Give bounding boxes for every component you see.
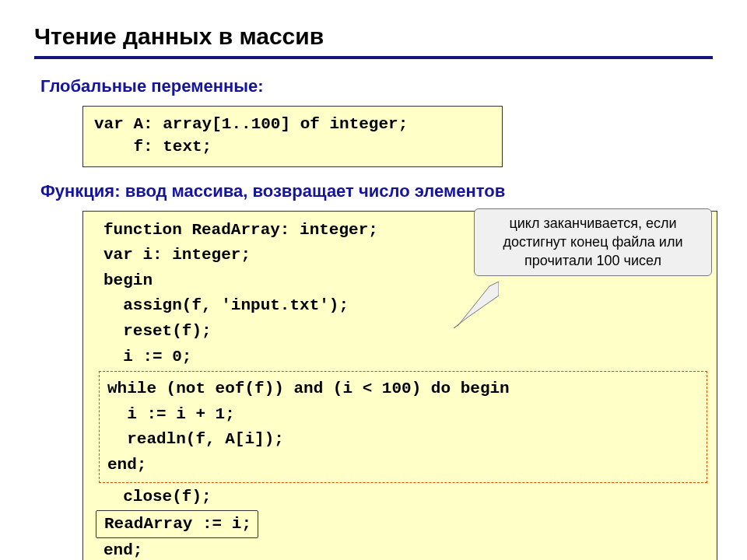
code-line: while (not eof(f)) and (i < 100) do begi… — [107, 376, 699, 402]
code-line: close(f); — [103, 485, 703, 510]
code-line: end; — [103, 538, 703, 560]
section-global-vars-label: Глобальные переменные: — [40, 76, 713, 96]
code-line: assign(f, 'input.txt'); — [103, 293, 703, 319]
callout-note: цикл заканчивается, если достигнут конец… — [474, 208, 712, 276]
code-line: reset(f); — [103, 319, 703, 345]
code-line: i := i + 1; — [107, 402, 699, 428]
code-function: цикл заканчивается, если достигнут конец… — [82, 211, 717, 560]
code-global-vars: var A: array[1..100] of integer; f: text… — [82, 106, 503, 167]
code-line: i := 0; — [103, 345, 703, 370]
highlight-return-line: ReadArray := i; — [96, 510, 258, 539]
code-line: ReadArray := i; — [103, 510, 703, 539]
code-line: var A: array[1..100] of integer; — [94, 113, 491, 135]
code-line: end; — [107, 453, 699, 478]
title-underline — [34, 56, 713, 59]
section-function-label: Функция: ввод массива, возвращает число … — [40, 181, 713, 201]
code-line: readln(f, A[i]); — [107, 427, 699, 453]
page-title: Чтение данных в массив — [34, 23, 713, 50]
highlight-loop-block: while (not eof(f)) and (i < 100) do begi… — [99, 371, 707, 483]
code-line: f: text; — [94, 135, 491, 158]
